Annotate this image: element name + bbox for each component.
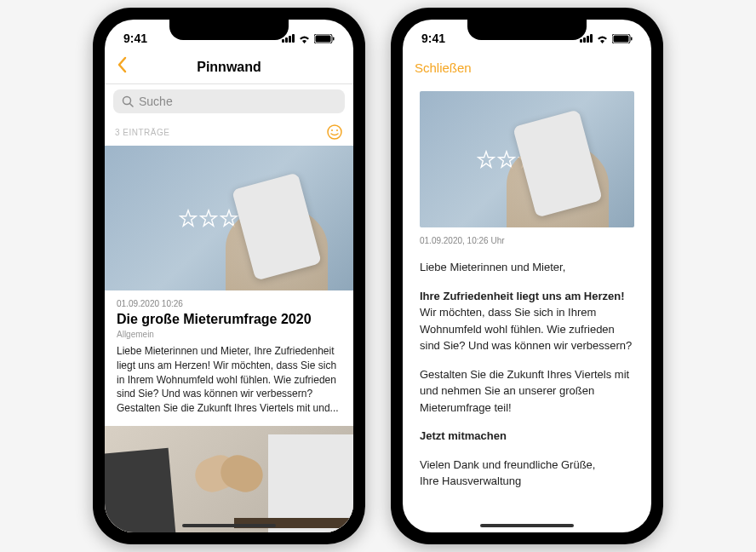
svg-rect-10 — [631, 37, 633, 40]
home-indicator[interactable] — [182, 524, 276, 527]
search-icon — [122, 95, 134, 107]
signal-icon — [282, 34, 295, 43]
wifi-icon — [596, 34, 609, 43]
svg-point-7 — [336, 129, 338, 131]
svg-point-5 — [328, 125, 341, 139]
star-icon — [477, 150, 495, 169]
nav-bar: Schließen — [403, 50, 651, 84]
back-button[interactable] — [117, 56, 127, 78]
battery-icon — [314, 34, 335, 43]
nav-title: Pinnwand — [117, 60, 341, 75]
phone-mockup-list: 9:41 Pinnwand Suche 3 EINTRÄGE — [93, 8, 365, 544]
battery-icon — [612, 34, 633, 43]
svg-point-6 — [331, 129, 333, 131]
detail-paragraph: Ihre Zufriedenheit liegt uns am Herzen! … — [420, 288, 634, 354]
close-button[interactable]: Schließen — [415, 60, 472, 75]
status-icons — [282, 34, 335, 43]
card-image — [105, 146, 353, 290]
status-icons — [580, 34, 633, 43]
card-text: Liebe Mieterinnen und Mieter, Ihre Zufri… — [117, 344, 341, 416]
card-date: 01.09.2020 10:26 — [117, 299, 341, 308]
card-image — [105, 426, 353, 532]
count-row: 3 EINTRÄGE — [105, 118, 353, 146]
star-icon — [199, 209, 218, 227]
detail-bold: Ihre Zufriedenheit liegt uns am Herzen! — [420, 290, 625, 302]
phone-mockup-detail: 9:41 Schließen 01.09.2020, 10:26 Uhr Lie — [391, 8, 663, 544]
card-body: 01.09.2020 10:26 Die große Mieterumfrage… — [105, 290, 353, 426]
screen: 9:41 Schließen 01.09.2020, 10:26 Uhr Lie — [403, 20, 651, 532]
status-bar: 9:41 — [105, 20, 353, 50]
detail-date: 01.09.2020, 10:26 Uhr — [403, 227, 651, 245]
search-container: Suche — [105, 84, 353, 118]
detail-paragraph: Gestalten Sie die Zukunft Ihres Viertels… — [420, 366, 634, 417]
chevron-left-icon — [117, 56, 127, 73]
feed[interactable]: 01.09.2020 10:26 Die große Mieterumfrage… — [105, 146, 353, 532]
svg-rect-2 — [333, 37, 335, 40]
signal-icon — [580, 34, 593, 43]
detail-cta[interactable]: Jetzt mitmachen — [420, 428, 634, 445]
feed-card[interactable]: 01.09.2020 10:26 Die große Mieterumfrage… — [105, 146, 353, 426]
detail-signoff: Vielen Dank und freundliche Grüße, Ihre … — [420, 457, 634, 490]
svg-line-4 — [130, 104, 134, 107]
detail-content: Liebe Mieterinnen und Mieter, Ihre Zufri… — [403, 245, 651, 503]
card-category: Allgemein — [117, 330, 341, 339]
wifi-icon — [298, 34, 311, 43]
search-placeholder: Suche — [139, 95, 173, 108]
detail-greeting: Liebe Mieterinnen und Mieter, — [420, 259, 634, 276]
star-icon — [179, 209, 198, 227]
status-time: 9:41 — [123, 32, 147, 45]
detail-text: Wir möchten, dass Sie sich in Ihrem Wohn… — [420, 306, 632, 352]
screen: 9:41 Pinnwand Suche 3 EINTRÄGE — [105, 20, 353, 532]
nav-bar: Pinnwand — [105, 50, 353, 84]
card-title: Die große Mieterumfrage 2020 — [117, 312, 341, 327]
home-indicator[interactable] — [480, 524, 574, 527]
smiley-icon[interactable] — [326, 124, 343, 141]
search-input[interactable]: Suche — [113, 89, 345, 113]
svg-rect-9 — [614, 35, 629, 42]
svg-rect-1 — [316, 35, 331, 42]
status-bar: 9:41 — [403, 20, 651, 50]
detail-image — [420, 91, 634, 227]
status-time: 9:41 — [421, 32, 445, 45]
feed-card[interactable]: 26.06.2020 11:25 — [105, 426, 353, 532]
entry-count: 3 EINTRÄGE — [115, 128, 169, 137]
